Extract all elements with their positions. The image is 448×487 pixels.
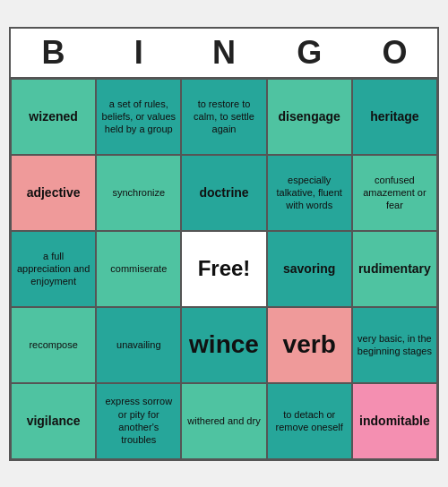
bingo-cell: savoring [267, 231, 352, 307]
bingo-cell: indomitable [352, 383, 437, 459]
bingo-cell: vigilance [11, 383, 96, 459]
bingo-cell: a full appreciation and enjoyment [11, 231, 96, 307]
bingo-cell: synchronize [96, 155, 181, 231]
bingo-cell: adjective [11, 155, 96, 231]
header-letter: N [181, 29, 266, 77]
header-letter: G [267, 29, 352, 77]
bingo-cell: commiserate [96, 231, 181, 307]
bingo-cell: verb [267, 307, 352, 383]
header-letter: O [352, 29, 437, 77]
bingo-cell: withered and dry [181, 383, 266, 459]
bingo-cell: very basic, in the beginning stages [352, 307, 437, 383]
bingo-grid: wizeneda set of rules, beliefs, or value… [11, 77, 437, 459]
bingo-cell: rudimentary [352, 231, 437, 307]
header-letter: B [11, 29, 96, 77]
bingo-cell: heritage [352, 79, 437, 155]
bingo-cell: recompose [11, 307, 96, 383]
bingo-cell: express sorrow or pity for another's tro… [96, 383, 181, 459]
bingo-cell: disengage [267, 79, 352, 155]
bingo-cell: wizened [11, 79, 96, 155]
bingo-cell: a set of rules, beliefs, or values held … [96, 79, 181, 155]
bingo-cell: wince [181, 307, 266, 383]
header-letter: I [96, 29, 181, 77]
bingo-cell: unavailing [96, 307, 181, 383]
bingo-card: BINGO wizeneda set of rules, beliefs, or… [9, 27, 439, 461]
bingo-header: BINGO [11, 29, 437, 77]
bingo-cell: to detach or remove oneself [267, 383, 352, 459]
bingo-cell: Free! [181, 231, 266, 307]
bingo-cell: doctrine [181, 155, 266, 231]
bingo-cell: to restore to calm, to settle again [181, 79, 266, 155]
bingo-cell: especially talkative, fluent with words [267, 155, 352, 231]
bingo-cell: confused amazement or fear [352, 155, 437, 231]
